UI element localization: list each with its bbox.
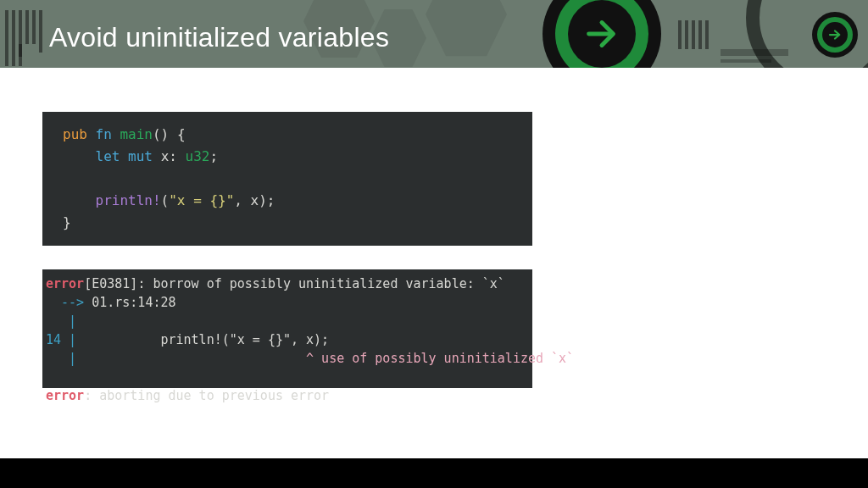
- page-title: Avoid uninitialized variables: [49, 22, 389, 53]
- slide-body: pub fn main() { let mut x: u32; println!…: [0, 68, 868, 458]
- code-snippet: pub fn main() { let mut x: u32; println!…: [42, 112, 532, 246]
- arrow-icon: [582, 14, 621, 53]
- slide-footer: [0, 458, 868, 488]
- slide-header: Avoid uninitialized variables: [0, 0, 868, 68]
- compiler-error: error[E0381]: borrow of possibly uniniti…: [42, 269, 532, 388]
